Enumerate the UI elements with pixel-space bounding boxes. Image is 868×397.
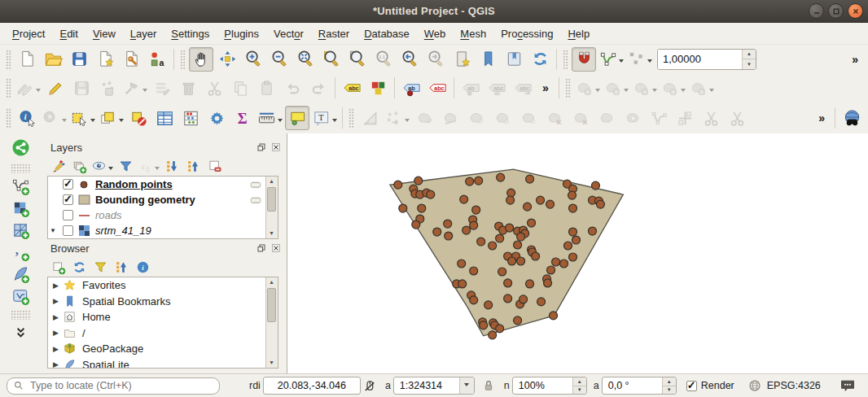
show-spatial-bookmarks-button[interactable] — [476, 47, 500, 72]
spin-up-icon[interactable]: ▲ — [573, 377, 586, 386]
random-point[interactable] — [514, 316, 522, 325]
zoom-to-selection-button[interactable] — [319, 47, 344, 72]
collapse-all-browser-button[interactable] — [112, 257, 131, 277]
zoom-last-button[interactable] — [397, 47, 422, 72]
maximize-button[interactable] — [828, 3, 844, 19]
random-point[interactable] — [572, 236, 581, 244]
browser-scrollbar[interactable]: ▲ ▼ — [265, 277, 278, 368]
render-toggle[interactable]: Render — [686, 380, 734, 391]
random-point[interactable] — [508, 257, 516, 265]
random-point[interactable] — [564, 242, 572, 250]
random-point[interactable] — [569, 253, 577, 261]
filter-legend-button[interactable] — [116, 156, 135, 176]
expander-icon[interactable]: ▶ — [53, 360, 63, 369]
browser-panel-close-button[interactable] — [270, 242, 282, 254]
add-delimited-text-layer-button[interactable]: , — [7, 242, 34, 264]
random-point[interactable] — [433, 228, 441, 236]
random-point[interactable] — [427, 190, 435, 198]
browser-item-spatial-bookmarks[interactable]: ▶Spatial Bookmarks — [48, 294, 278, 310]
random-point[interactable] — [532, 252, 540, 260]
random-point[interactable] — [514, 241, 522, 249]
refresh-map-button[interactable] — [528, 47, 552, 72]
random-point[interactable] — [537, 196, 545, 204]
chevron-down-icon[interactable] — [90, 119, 95, 124]
close-button[interactable] — [848, 3, 863, 19]
chevron-down-icon[interactable] — [652, 89, 657, 94]
layer-row[interactable]: ▼srtm_41_19 — [48, 223, 278, 238]
random-point[interactable] — [418, 204, 426, 212]
select-by-value-button[interactable] — [98, 106, 125, 130]
browser-item-spatialite[interactable]: ▶SpatiaLite — [48, 357, 278, 369]
random-point[interactable] — [519, 295, 528, 303]
random-point[interactable] — [496, 325, 504, 333]
spin-up-icon[interactable]: ▲ — [663, 377, 676, 386]
chevron-down-icon[interactable] — [681, 89, 686, 94]
scroll-down-icon[interactable]: ▼ — [266, 358, 277, 368]
random-point[interactable] — [526, 280, 534, 288]
random-point[interactable] — [550, 312, 558, 320]
random-point[interactable] — [470, 267, 478, 275]
menu-layer[interactable]: Layer — [123, 24, 164, 43]
layer-name[interactable]: Random points — [95, 178, 173, 190]
expander-icon[interactable]: ▶ — [53, 297, 63, 305]
show-bookmark-manager-button[interactable] — [502, 47, 526, 72]
messages-icon[interactable] — [839, 377, 857, 394]
toolbar-handle[interactable] — [6, 50, 11, 69]
chevron-down-icon[interactable] — [62, 119, 67, 124]
scroll-up-icon[interactable]: ▲ — [266, 177, 277, 186]
toolbar-handle[interactable] — [349, 108, 354, 128]
layers-panel-float-button[interactable] — [256, 142, 267, 153]
menu-database[interactable]: Database — [357, 24, 417, 43]
spin-buttons[interactable]: ▲▼ — [742, 50, 756, 69]
style-manager-button[interactable]: a — [145, 47, 169, 72]
chevron-down-icon[interactable] — [36, 89, 41, 94]
rotation-spinbox[interactable]: 0,0 ° ▲▼ — [602, 377, 677, 395]
random-point[interactable] — [569, 228, 577, 236]
spin-down-icon[interactable]: ▼ — [573, 386, 586, 395]
render-checkbox[interactable] — [686, 381, 697, 391]
zoom-in-button[interactable] — [241, 47, 265, 72]
snapping-tolerance-spinbox[interactable]: ▲▼ — [657, 49, 756, 70]
toolbar-handle[interactable] — [565, 78, 571, 98]
save-project-button[interactable] — [67, 47, 91, 72]
chevron-down-icon[interactable] — [624, 89, 629, 94]
random-point[interactable] — [591, 181, 599, 190]
measure-button[interactable] — [256, 106, 283, 130]
add-selected-layers-button[interactable] — [48, 257, 68, 277]
random-point[interactable] — [480, 321, 488, 329]
random-point[interactable] — [445, 232, 453, 240]
enable-snapping-button[interactable] — [572, 47, 596, 72]
memory-layer-indicator-icon[interactable] — [247, 194, 265, 206]
chevron-down-icon[interactable] — [619, 59, 624, 65]
random-point[interactable] — [472, 206, 480, 214]
random-point[interactable] — [526, 175, 534, 183]
toolbar-handle[interactable] — [6, 78, 11, 98]
random-point[interactable] — [560, 260, 568, 268]
highlight-pinned-labels-button[interactable]: abc — [425, 76, 449, 100]
scale-dropdown-button[interactable] — [459, 377, 474, 394]
random-point[interactable] — [462, 226, 471, 234]
random-point[interactable] — [477, 238, 485, 246]
remove-layer-group-button[interactable] — [204, 156, 224, 176]
open-attribute-table-button[interactable] — [152, 106, 177, 130]
enable-snapping-on-intersection-button[interactable] — [626, 47, 653, 72]
layer-name[interactable]: srtm_41_19 — [95, 225, 151, 237]
show-layout-manager-button[interactable] — [119, 47, 143, 72]
toolbar-handle[interactable] — [6, 108, 11, 128]
new-spatial-bookmark-button[interactable] — [449, 47, 474, 72]
toolbar-handle[interactable] — [563, 50, 568, 69]
random-point[interactable] — [394, 181, 402, 189]
chevron-down-icon[interactable] — [405, 119, 410, 124]
locator-input[interactable] — [28, 379, 219, 392]
layers-panel-close-button[interactable] — [270, 142, 282, 153]
scroll-up-icon[interactable]: ▲ — [266, 277, 277, 287]
random-point[interactable] — [460, 195, 468, 203]
random-point[interactable] — [506, 224, 514, 232]
spin-up-icon[interactable]: ▲ — [743, 50, 756, 60]
map-canvas[interactable] — [287, 133, 868, 373]
chevron-down-icon[interactable] — [595, 89, 600, 94]
text-annotation-button[interactable]: T — [311, 106, 338, 130]
chevron-down-icon[interactable] — [108, 167, 113, 172]
layer-labeling-options-button[interactable]: abc — [340, 76, 364, 100]
random-point[interactable] — [470, 221, 478, 229]
